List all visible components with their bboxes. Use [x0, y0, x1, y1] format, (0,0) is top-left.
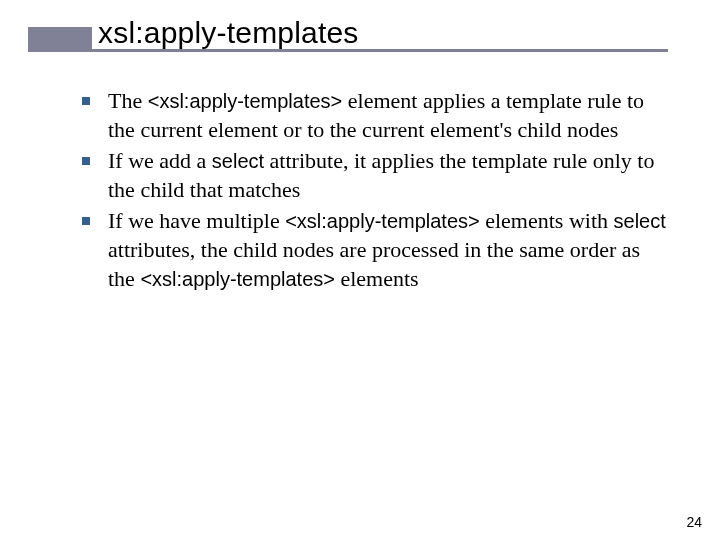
title-accent-box — [28, 27, 92, 49]
bullet-item: If we add a select attribute, it applies… — [82, 146, 672, 204]
slide: xsl:apply-templates The <xsl:apply-templ… — [0, 0, 720, 540]
slide-body: The <xsl:apply-templates> element applie… — [82, 86, 672, 295]
code-run: <xsl:apply-templates> — [285, 210, 480, 232]
bullet-item: The <xsl:apply-templates> element applie… — [82, 86, 672, 144]
text-run: If we have multiple — [108, 208, 285, 233]
text-run: elements — [335, 266, 419, 291]
slide-title: xsl:apply-templates — [98, 16, 359, 50]
code-run: select — [212, 150, 264, 172]
bullet-list: The <xsl:apply-templates> element applie… — [82, 86, 672, 293]
text-run: The — [108, 88, 148, 113]
page-number: 24 — [686, 514, 702, 530]
code-run: <xsl:apply-templates> — [148, 90, 343, 112]
text-run: If we add a — [108, 148, 212, 173]
text-run: elements with — [480, 208, 614, 233]
bullet-item: If we have multiple <xsl:apply-templates… — [82, 206, 672, 293]
code-run: select — [614, 210, 666, 232]
code-run: <xsl:apply-templates> — [140, 268, 335, 290]
